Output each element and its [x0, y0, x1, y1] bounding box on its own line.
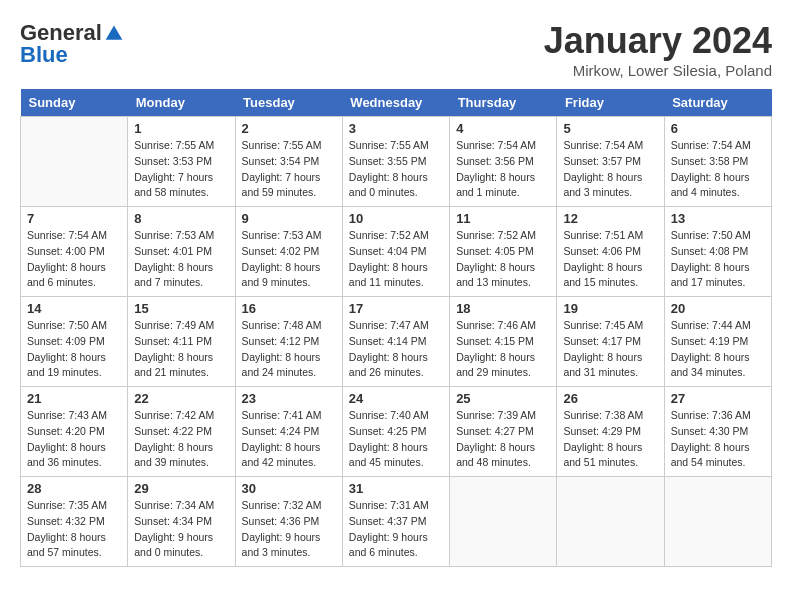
- calendar-cell: [450, 477, 557, 567]
- date-number: 2: [242, 121, 336, 136]
- date-number: 6: [671, 121, 765, 136]
- week-row-5: 28Sunrise: 7:35 AMSunset: 4:32 PMDayligh…: [21, 477, 772, 567]
- day-header-sunday: Sunday: [21, 89, 128, 117]
- calendar-table: SundayMondayTuesdayWednesdayThursdayFrid…: [20, 89, 772, 567]
- date-number: 4: [456, 121, 550, 136]
- cell-info: Sunrise: 7:52 AMSunset: 4:04 PMDaylight:…: [349, 228, 443, 291]
- calendar-cell: 16Sunrise: 7:48 AMSunset: 4:12 PMDayligh…: [235, 297, 342, 387]
- calendar-cell: 31Sunrise: 7:31 AMSunset: 4:37 PMDayligh…: [342, 477, 449, 567]
- calendar-cell: 19Sunrise: 7:45 AMSunset: 4:17 PMDayligh…: [557, 297, 664, 387]
- week-row-3: 14Sunrise: 7:50 AMSunset: 4:09 PMDayligh…: [21, 297, 772, 387]
- cell-info: Sunrise: 7:52 AMSunset: 4:05 PMDaylight:…: [456, 228, 550, 291]
- calendar-cell: 24Sunrise: 7:40 AMSunset: 4:25 PMDayligh…: [342, 387, 449, 477]
- date-number: 20: [671, 301, 765, 316]
- cell-info: Sunrise: 7:55 AMSunset: 3:53 PMDaylight:…: [134, 138, 228, 201]
- day-header-thursday: Thursday: [450, 89, 557, 117]
- calendar-cell: 4Sunrise: 7:54 AMSunset: 3:56 PMDaylight…: [450, 117, 557, 207]
- date-number: 10: [349, 211, 443, 226]
- logo-triangle-icon: [104, 23, 124, 43]
- logo: General Blue: [20, 20, 124, 68]
- calendar-cell: [21, 117, 128, 207]
- date-number: 12: [563, 211, 657, 226]
- week-row-1: 1Sunrise: 7:55 AMSunset: 3:53 PMDaylight…: [21, 117, 772, 207]
- date-number: 13: [671, 211, 765, 226]
- cell-info: Sunrise: 7:38 AMSunset: 4:29 PMDaylight:…: [563, 408, 657, 471]
- title-area: January 2024 Mirkow, Lower Silesia, Pola…: [544, 20, 772, 79]
- cell-info: Sunrise: 7:50 AMSunset: 4:09 PMDaylight:…: [27, 318, 121, 381]
- cell-info: Sunrise: 7:49 AMSunset: 4:11 PMDaylight:…: [134, 318, 228, 381]
- day-header-saturday: Saturday: [664, 89, 771, 117]
- calendar-cell: 7Sunrise: 7:54 AMSunset: 4:00 PMDaylight…: [21, 207, 128, 297]
- calendar-cell: 30Sunrise: 7:32 AMSunset: 4:36 PMDayligh…: [235, 477, 342, 567]
- location: Mirkow, Lower Silesia, Poland: [544, 62, 772, 79]
- cell-info: Sunrise: 7:35 AMSunset: 4:32 PMDaylight:…: [27, 498, 121, 561]
- calendar-cell: 28Sunrise: 7:35 AMSunset: 4:32 PMDayligh…: [21, 477, 128, 567]
- date-number: 1: [134, 121, 228, 136]
- date-number: 30: [242, 481, 336, 496]
- date-number: 24: [349, 391, 443, 406]
- cell-info: Sunrise: 7:34 AMSunset: 4:34 PMDaylight:…: [134, 498, 228, 561]
- cell-info: Sunrise: 7:54 AMSunset: 4:00 PMDaylight:…: [27, 228, 121, 291]
- calendar-cell: 27Sunrise: 7:36 AMSunset: 4:30 PMDayligh…: [664, 387, 771, 477]
- date-number: 3: [349, 121, 443, 136]
- date-number: 14: [27, 301, 121, 316]
- date-number: 18: [456, 301, 550, 316]
- calendar-cell: [557, 477, 664, 567]
- page-header: General Blue January 2024 Mirkow, Lower …: [20, 20, 772, 79]
- calendar-cell: 6Sunrise: 7:54 AMSunset: 3:58 PMDaylight…: [664, 117, 771, 207]
- date-number: 25: [456, 391, 550, 406]
- date-number: 27: [671, 391, 765, 406]
- date-number: 5: [563, 121, 657, 136]
- date-number: 29: [134, 481, 228, 496]
- cell-info: Sunrise: 7:39 AMSunset: 4:27 PMDaylight:…: [456, 408, 550, 471]
- calendar-cell: 21Sunrise: 7:43 AMSunset: 4:20 PMDayligh…: [21, 387, 128, 477]
- calendar-cell: 29Sunrise: 7:34 AMSunset: 4:34 PMDayligh…: [128, 477, 235, 567]
- cell-info: Sunrise: 7:48 AMSunset: 4:12 PMDaylight:…: [242, 318, 336, 381]
- cell-info: Sunrise: 7:42 AMSunset: 4:22 PMDaylight:…: [134, 408, 228, 471]
- calendar-cell: 14Sunrise: 7:50 AMSunset: 4:09 PMDayligh…: [21, 297, 128, 387]
- date-number: 16: [242, 301, 336, 316]
- cell-info: Sunrise: 7:50 AMSunset: 4:08 PMDaylight:…: [671, 228, 765, 291]
- cell-info: Sunrise: 7:40 AMSunset: 4:25 PMDaylight:…: [349, 408, 443, 471]
- cell-info: Sunrise: 7:54 AMSunset: 3:58 PMDaylight:…: [671, 138, 765, 201]
- calendar-cell: 5Sunrise: 7:54 AMSunset: 3:57 PMDaylight…: [557, 117, 664, 207]
- date-number: 28: [27, 481, 121, 496]
- date-number: 15: [134, 301, 228, 316]
- cell-info: Sunrise: 7:54 AMSunset: 3:57 PMDaylight:…: [563, 138, 657, 201]
- header-row: SundayMondayTuesdayWednesdayThursdayFrid…: [21, 89, 772, 117]
- calendar-cell: 22Sunrise: 7:42 AMSunset: 4:22 PMDayligh…: [128, 387, 235, 477]
- day-header-wednesday: Wednesday: [342, 89, 449, 117]
- calendar-cell: 23Sunrise: 7:41 AMSunset: 4:24 PMDayligh…: [235, 387, 342, 477]
- week-row-4: 21Sunrise: 7:43 AMSunset: 4:20 PMDayligh…: [21, 387, 772, 477]
- calendar-cell: 1Sunrise: 7:55 AMSunset: 3:53 PMDaylight…: [128, 117, 235, 207]
- calendar-cell: 12Sunrise: 7:51 AMSunset: 4:06 PMDayligh…: [557, 207, 664, 297]
- cell-info: Sunrise: 7:36 AMSunset: 4:30 PMDaylight:…: [671, 408, 765, 471]
- cell-info: Sunrise: 7:41 AMSunset: 4:24 PMDaylight:…: [242, 408, 336, 471]
- cell-info: Sunrise: 7:53 AMSunset: 4:01 PMDaylight:…: [134, 228, 228, 291]
- cell-info: Sunrise: 7:55 AMSunset: 3:55 PMDaylight:…: [349, 138, 443, 201]
- calendar-cell: 13Sunrise: 7:50 AMSunset: 4:08 PMDayligh…: [664, 207, 771, 297]
- date-number: 9: [242, 211, 336, 226]
- date-number: 26: [563, 391, 657, 406]
- day-header-tuesday: Tuesday: [235, 89, 342, 117]
- calendar-cell: [664, 477, 771, 567]
- cell-info: Sunrise: 7:47 AMSunset: 4:14 PMDaylight:…: [349, 318, 443, 381]
- calendar-cell: 25Sunrise: 7:39 AMSunset: 4:27 PMDayligh…: [450, 387, 557, 477]
- date-number: 7: [27, 211, 121, 226]
- date-number: 21: [27, 391, 121, 406]
- date-number: 31: [349, 481, 443, 496]
- calendar-cell: 2Sunrise: 7:55 AMSunset: 3:54 PMDaylight…: [235, 117, 342, 207]
- calendar-cell: 9Sunrise: 7:53 AMSunset: 4:02 PMDaylight…: [235, 207, 342, 297]
- date-number: 19: [563, 301, 657, 316]
- calendar-cell: 20Sunrise: 7:44 AMSunset: 4:19 PMDayligh…: [664, 297, 771, 387]
- calendar-cell: 17Sunrise: 7:47 AMSunset: 4:14 PMDayligh…: [342, 297, 449, 387]
- date-number: 8: [134, 211, 228, 226]
- date-number: 17: [349, 301, 443, 316]
- cell-info: Sunrise: 7:45 AMSunset: 4:17 PMDaylight:…: [563, 318, 657, 381]
- date-number: 22: [134, 391, 228, 406]
- cell-info: Sunrise: 7:53 AMSunset: 4:02 PMDaylight:…: [242, 228, 336, 291]
- cell-info: Sunrise: 7:44 AMSunset: 4:19 PMDaylight:…: [671, 318, 765, 381]
- svg-marker-0: [106, 26, 123, 40]
- calendar-cell: 15Sunrise: 7:49 AMSunset: 4:11 PMDayligh…: [128, 297, 235, 387]
- day-header-friday: Friday: [557, 89, 664, 117]
